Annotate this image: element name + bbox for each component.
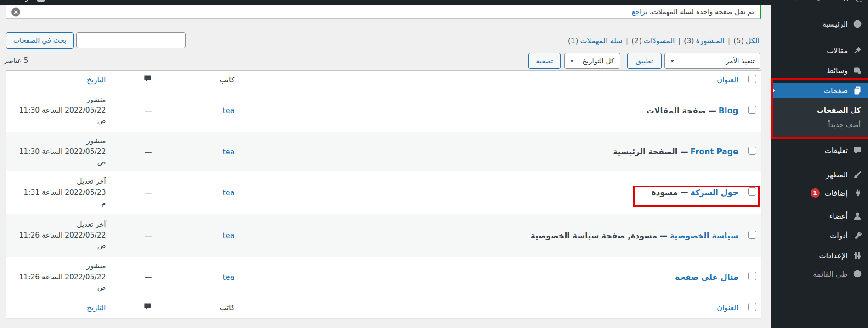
row-checkbox[interactable] bbox=[748, 231, 756, 239]
search-pages-button[interactable]: بحث في الصفحات bbox=[6, 32, 74, 49]
sidebar-label: طي القائمة bbox=[813, 270, 848, 278]
sidebar-label: أدوات bbox=[830, 231, 848, 240]
current-item-arrow bbox=[771, 86, 779, 95]
comments-column-icon bbox=[143, 74, 152, 83]
table-header-row: العنوان كاتب التاريخ bbox=[6, 71, 761, 89]
column-author-footer: كاتب bbox=[157, 297, 239, 318]
home-icon[interactable] bbox=[843, 0, 850, 2]
admin-bar-right-group: W tea 1 جديد bbox=[770, 0, 863, 2]
dismiss-notice-icon[interactable]: × bbox=[11, 7, 20, 16]
wordpress-logo-icon[interactable]: W bbox=[855, 0, 863, 2]
row-checkbox[interactable] bbox=[748, 187, 756, 196]
filter-item: المنشورة(3) bbox=[684, 36, 733, 45]
date-cell: منشور 2022/05/22 الساعة 11:30 ص bbox=[6, 89, 111, 132]
column-date-footer[interactable]: التاريخ bbox=[87, 303, 106, 312]
comments-icon bbox=[853, 146, 862, 155]
comment-bubble-icon[interactable] bbox=[794, 0, 800, 2]
pages-submenu: كل الصفحات أضف جديداً bbox=[771, 98, 868, 139]
collapse-menu-icon bbox=[853, 269, 862, 278]
table-footer-row: العنوان كاتب التاريخ bbox=[6, 297, 761, 318]
post-state: — صفحة المقالات bbox=[647, 106, 716, 115]
pushpin-icon bbox=[853, 46, 862, 55]
page-title-link[interactable]: حول الشركة bbox=[691, 188, 738, 197]
sidebar-label: الرئيسية bbox=[823, 20, 848, 28]
author-link[interactable]: tea bbox=[223, 273, 235, 282]
sidebar-item-pages[interactable]: صفحات bbox=[771, 83, 868, 98]
sidebar-item-settings[interactable]: الإعدادات bbox=[771, 247, 868, 264]
sidebar-item-comments[interactable]: تعليقات bbox=[771, 142, 868, 158]
all-dates-value: كل التواريخ bbox=[582, 57, 614, 65]
sidebar-label: صفحات bbox=[824, 86, 848, 95]
table-row: Front Page — الصفحة الرئيسية tea — منشور… bbox=[6, 132, 761, 172]
dashboard-icon bbox=[853, 19, 862, 28]
submenu-add-new[interactable]: أضف جديداً bbox=[771, 118, 868, 132]
column-title-header[interactable]: العنوان bbox=[717, 75, 738, 84]
post-state: — مسودة bbox=[651, 188, 688, 197]
comments-cell: — bbox=[111, 132, 157, 172]
new-content-button[interactable]: جديد bbox=[770, 0, 782, 2]
row-checkbox[interactable] bbox=[748, 147, 756, 155]
tools-wrench-icon bbox=[853, 231, 862, 240]
comments-cell: — bbox=[111, 214, 157, 257]
date-cell: منشور 2022/05/22 الساعة 11:26 ص bbox=[6, 257, 111, 297]
page-title-link[interactable]: Front Page bbox=[691, 147, 738, 156]
filter-item: سلة المهملات(1) bbox=[568, 36, 631, 45]
author-link[interactable]: tea bbox=[223, 147, 235, 156]
select-all-checkbox[interactable] bbox=[748, 303, 756, 311]
date-cell: آخر تعديل 2022/05/22 الساعة 11:26 ص bbox=[6, 214, 111, 257]
comments-count-badge[interactable]: 1 bbox=[806, 0, 810, 2]
sidebar-collapse-menu[interactable]: طي القائمة bbox=[771, 266, 868, 282]
status-filter-links: الكل(5) المنشورة(3) المسودّات(2) سلة الم… bbox=[568, 36, 760, 45]
column-title-footer[interactable]: العنوان bbox=[717, 303, 738, 312]
filter-link[interactable]: المسودّات(2) bbox=[631, 36, 675, 45]
author-link[interactable]: tea bbox=[223, 106, 235, 115]
pages-table: العنوان كاتب التاريخ Blog — صفحة المقالا… bbox=[6, 70, 761, 318]
filter-item: الكل(5) bbox=[733, 36, 760, 45]
bulk-actions-select[interactable]: تنفيذ الأمر bbox=[664, 53, 760, 69]
table-row: حول الشركة — مسودة tea — آخر تعديل 2022/… bbox=[6, 171, 761, 214]
sidebar-item-tools[interactable]: أدوات bbox=[771, 227, 868, 243]
media-icon bbox=[853, 66, 862, 75]
filter-button[interactable]: تصفية bbox=[528, 53, 561, 69]
bulk-actions-value: تنفيذ الأمر bbox=[726, 57, 755, 65]
sidebar-item-appearance[interactable]: المظهر bbox=[771, 166, 868, 183]
sidebar-item-users[interactable]: أعضاء bbox=[771, 208, 868, 224]
site-name-link[interactable]: tea bbox=[828, 0, 837, 2]
page-title-link[interactable]: سياسة الخصوصية bbox=[670, 231, 738, 240]
sidebar-label: الإعدادات bbox=[819, 251, 848, 260]
undo-link[interactable]: تراجع bbox=[632, 8, 647, 16]
sidebar-label: أعضاء bbox=[829, 212, 848, 221]
submenu-all-pages[interactable]: كل الصفحات bbox=[771, 103, 868, 118]
updates-icon[interactable] bbox=[815, 0, 822, 2]
sidebar-item-plugins[interactable]: إضافات 1 bbox=[771, 185, 868, 201]
apply-button[interactable]: تطبيق bbox=[627, 53, 662, 69]
table-row: Blog — صفحة المقالات tea — منشور 2022/05… bbox=[6, 89, 761, 132]
howdy-user-link[interactable]: مرحباً، tea bbox=[5, 0, 32, 2]
chevron-down-icon bbox=[570, 60, 574, 64]
search-input[interactable] bbox=[76, 32, 186, 48]
comments-column-icon bbox=[143, 302, 152, 311]
all-dates-select[interactable]: كل التواريخ bbox=[564, 53, 620, 69]
row-checkbox[interactable] bbox=[748, 106, 756, 114]
filter-link[interactable]: الكل(5) bbox=[733, 36, 760, 45]
page-title-link[interactable]: مثال على صفحة bbox=[675, 272, 738, 282]
author-link[interactable]: tea bbox=[223, 231, 235, 240]
comments-cell: — bbox=[111, 257, 157, 297]
row-checkbox[interactable] bbox=[748, 272, 756, 280]
pages-icon bbox=[853, 86, 862, 95]
sidebar-item-dashboard[interactable]: الرئيسية bbox=[771, 16, 868, 32]
filter-link[interactable]: سلة المهملات(1) bbox=[568, 36, 623, 45]
sidebar-label: مقالات bbox=[827, 46, 848, 55]
sidebar-item-posts[interactable]: مقالات bbox=[771, 42, 868, 59]
post-state: — مسودة, صفحة سياسة الخصوصية bbox=[531, 231, 668, 240]
column-date-header[interactable]: التاريخ bbox=[87, 75, 106, 84]
sidebar-label: المظهر bbox=[826, 170, 848, 179]
post-state: — الصفحة الرئيسية bbox=[613, 147, 688, 156]
appearance-brush-icon bbox=[853, 170, 862, 179]
sidebar-item-media[interactable]: وسائط bbox=[771, 62, 868, 79]
select-all-checkbox[interactable] bbox=[748, 75, 756, 83]
filter-link[interactable]: المنشورة(3) bbox=[684, 36, 725, 45]
page-title-link[interactable]: Blog bbox=[719, 106, 738, 115]
pages-table-body: Blog — صفحة المقالات tea — منشور 2022/05… bbox=[6, 89, 761, 297]
author-link[interactable]: tea bbox=[223, 188, 235, 197]
